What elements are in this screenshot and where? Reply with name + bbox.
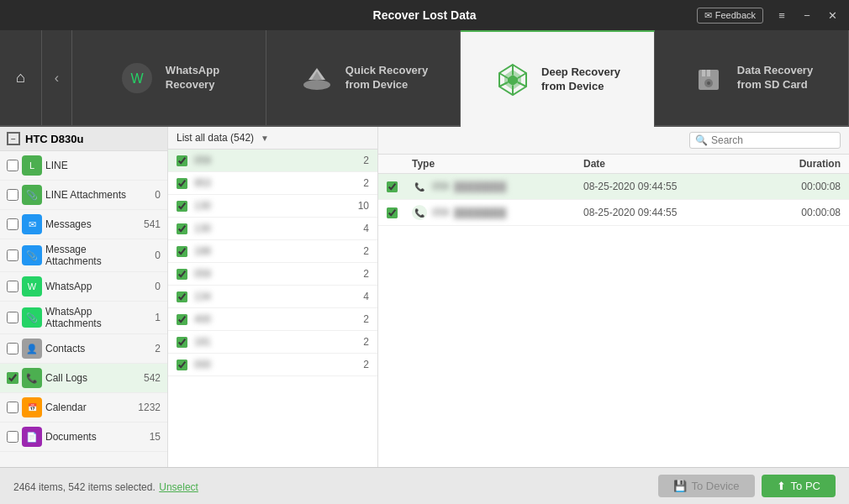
sidebar-item-calendar[interactable]: 📅 Calendar 1232 <box>0 393 167 423</box>
unselect-link[interactable]: Unselect <box>159 481 198 493</box>
minimize-button[interactable]: − <box>795 5 819 25</box>
titlebar-controls: ✉ Feedback ≡ − ✕ <box>697 0 849 30</box>
tab-deep-recovery[interactable]: Deep Recovery from Device <box>461 30 655 127</box>
sidebar-item-msg-att[interactable]: 📎 Message Attachments 0 <box>0 239 167 272</box>
sidebar-item-line-att[interactable]: 📎 LINE Attachments 0 <box>0 181 167 210</box>
list-item[interactable]: 181 2 <box>168 331 377 354</box>
call-icon: 📞 <box>412 205 427 220</box>
main-content: − HTC D830u L LINE 📎 LINE Attachments 0 … <box>0 127 849 467</box>
sidebar-item-contacts[interactable]: 👤 Contacts 2 <box>0 334 167 364</box>
list-row-check[interactable] <box>177 291 187 302</box>
bottom-bar: 2464 items, 542 items selected. Unselect… <box>0 467 849 504</box>
col-duration: Duration <box>755 158 841 170</box>
bottom-buttons: 💾 To Device ⬆ To PC <box>658 475 836 497</box>
list-row-name: 000 <box>194 359 356 370</box>
svg-rect-15 <box>702 70 705 76</box>
home-nav[interactable]: ⌂ <box>0 30 42 125</box>
list-row-name: 400 <box>194 313 356 325</box>
calendar-checkbox[interactable] <box>7 402 18 413</box>
list-row-check[interactable] <box>177 178 187 189</box>
whatsapp-icon: W <box>22 276 42 297</box>
to-device-icon: 💾 <box>673 480 687 492</box>
list-row-check[interactable] <box>177 314 187 325</box>
calllogs-checkbox[interactable] <box>7 372 18 384</box>
line-checkbox[interactable] <box>7 160 18 171</box>
feedback-button[interactable]: ✉ Feedback <box>697 8 763 24</box>
whatsapp-att-checkbox[interactable] <box>7 312 18 323</box>
to-pc-icon: ⬆ <box>777 480 786 492</box>
sidebar-item-line[interactable]: L LINE <box>0 151 167 181</box>
calllogs-icon: 📞 <box>22 368 42 388</box>
col-date: Date <box>583 158 755 170</box>
messages-icon: ✉ <box>22 214 42 234</box>
deep-recovery-icon <box>494 61 531 98</box>
back-icon: ‹ <box>55 71 59 86</box>
list-item[interactable]: 400 2 <box>168 308 377 331</box>
tab-sdcard[interactable]: Data Recovery from SD Card <box>655 30 849 125</box>
list-header: List all data (542) ▼ <box>168 127 377 150</box>
search-box[interactable]: 🔍 <box>689 132 841 149</box>
list-row-check[interactable] <box>177 223 187 234</box>
list-row-check[interactable] <box>177 337 187 348</box>
msg-att-icon: 📎 <box>22 245 42 265</box>
list-row-check[interactable] <box>177 246 187 257</box>
list-item[interactable]: 130 4 <box>168 218 377 240</box>
whatsapp-checkbox[interactable] <box>7 281 18 292</box>
list-row-check[interactable] <box>177 360 187 370</box>
sidebar-item-whatsapp-att[interactable]: 📎 WhatsApp Attachments 1 <box>0 302 167 334</box>
line-att-checkbox[interactable] <box>7 189 18 201</box>
list-row-name: 130 <box>194 200 351 212</box>
tab-quick-text: Quick Recovery from Device <box>345 64 428 92</box>
detail-row-duration: 00:00:08 <box>755 207 841 218</box>
documents-icon: 📄 <box>22 427 42 447</box>
contacts-checkbox[interactable] <box>7 343 18 354</box>
list-row-check[interactable] <box>177 201 187 212</box>
list-row-name: 059 <box>194 268 356 280</box>
quick-recovery-icon <box>298 60 335 97</box>
search-icon: 🔍 <box>695 134 708 146</box>
device-header: − HTC D830u <box>0 127 167 151</box>
call-icon: 📞 <box>412 179 427 194</box>
back-button[interactable]: ‹ <box>42 30 72 125</box>
menu-button[interactable]: ≡ <box>770 5 794 25</box>
list-item[interactable]: 000 2 <box>168 354 377 376</box>
detail-row[interactable]: 📞 059 ████████ 08-25-2020 09:44:55 00:00… <box>378 174 849 200</box>
list-item[interactable]: 134 4 <box>168 286 377 308</box>
detail-row[interactable]: 📞 059 ████████ 08-25-2020 09:44:55 00:00… <box>378 200 849 226</box>
sidebar-item-documents[interactable]: 📄 Documents 15 <box>0 423 167 452</box>
whatsapp-att-icon: 📎 <box>22 307 42 328</box>
sidebar-item-messages[interactable]: ✉ Messages 541 <box>0 210 167 239</box>
svg-rect-16 <box>707 70 710 76</box>
list-row-name: 188 <box>194 245 356 257</box>
sidebar-item-whatsapp[interactable]: W WhatsApp 0 <box>0 272 167 302</box>
list-item[interactable]: 953 2 <box>168 172 377 195</box>
detail-row-checkbox[interactable] <box>387 207 398 218</box>
list-item[interactable]: 130 10 <box>168 195 377 218</box>
list-row-check[interactable] <box>177 269 187 280</box>
svg-point-18 <box>707 81 710 85</box>
detail-panel: 🔍 Type Date Duration 📞 059 ████████ 08-2… <box>378 127 849 467</box>
tab-whatsapp[interactable]: W WhatsApp Recovery <box>72 30 266 125</box>
list-row-name: 134 <box>194 291 356 302</box>
device-name: HTC D830u <box>25 133 83 145</box>
sidebar-item-calllogs[interactable]: 📞 Call Logs 542 <box>0 364 167 393</box>
documents-checkbox[interactable] <box>7 431 18 443</box>
contacts-icon: 👤 <box>22 339 42 359</box>
close-button[interactable]: ✕ <box>820 5 844 25</box>
msg-att-checkbox[interactable] <box>7 249 18 261</box>
line-icon: L <box>22 155 42 176</box>
list-item[interactable]: 188 2 <box>168 240 377 263</box>
search-input[interactable] <box>711 134 835 146</box>
to-device-button[interactable]: 💾 To Device <box>658 475 755 497</box>
detail-row-checkbox[interactable] <box>387 181 398 192</box>
messages-checkbox[interactable] <box>7 218 18 230</box>
list-row-check[interactable] <box>177 155 187 166</box>
detail-rows: 📞 059 ████████ 08-25-2020 09:44:55 00:00… <box>378 174 849 467</box>
collapse-icon[interactable]: − <box>7 132 20 145</box>
dropdown-icon[interactable]: ▼ <box>261 134 269 143</box>
list-item[interactable]: 059 2 <box>168 150 377 172</box>
tab-quick-recovery[interactable]: Quick Recovery from Device <box>266 30 461 125</box>
list-item[interactable]: 059 2 <box>168 263 377 286</box>
to-pc-button[interactable]: ⬆ To PC <box>762 475 836 497</box>
app-title: Recover Lost Data <box>373 8 477 22</box>
